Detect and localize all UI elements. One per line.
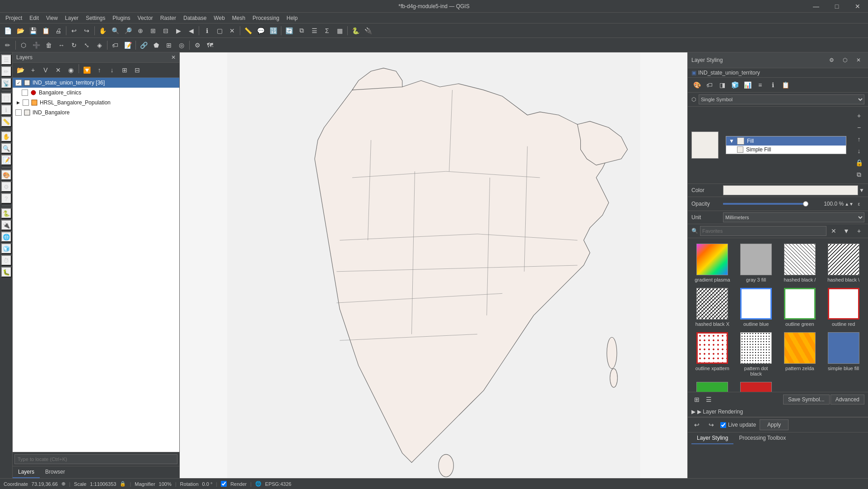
zoom-prev-button[interactable]: ◀	[185, 25, 197, 37]
3d-icon-btn[interactable]: 🧊	[1, 243, 12, 254]
digitizing-icon-btn[interactable]: ✏	[1, 66, 12, 77]
field-calc-button[interactable]: ⚙	[191, 39, 203, 51]
fav-outline-xpattern[interactable]: outline xpattern	[691, 330, 733, 378]
fav-zelda[interactable]: pattern zelda	[779, 330, 821, 378]
panel-close-button[interactable]: ✕	[853, 54, 864, 66]
canvas-button[interactable]: ⧉	[296, 25, 308, 37]
fav-dot-black[interactable]: pattern dot black	[735, 330, 777, 378]
zoom-full-button[interactable]: ⊕	[135, 25, 146, 37]
open-layer-button[interactable]: 📂	[14, 64, 26, 76]
zoom-layer-button[interactable]: ⊞	[147, 25, 159, 37]
attr-table-button[interactable]: ▦	[334, 25, 345, 37]
topology-button[interactable]: ⬟	[150, 39, 162, 51]
lock-symbol-button[interactable]: 🔒	[854, 157, 864, 168]
menu-help[interactable]: Help	[283, 14, 302, 22]
filter-layers-button[interactable]: 🔽	[81, 64, 93, 76]
pan-button[interactable]: ✋	[97, 25, 108, 37]
map-tips-button[interactable]: 💬	[255, 25, 266, 37]
layers-icon-btn[interactable]: ☰	[1, 54, 12, 65]
duplicate-symbol-button[interactable]: ⧉	[854, 169, 864, 180]
advanced-digitize-button[interactable]: ⊞	[163, 39, 175, 51]
move-up-button[interactable]: ↑	[93, 64, 105, 76]
add-raster-button[interactable]: +	[27, 64, 39, 76]
save-project-button[interactable]: 💾	[27, 25, 39, 37]
collapse-all-button[interactable]: ⊟	[131, 64, 143, 76]
layer-checkbox-hrsl[interactable]	[23, 99, 29, 106]
measure-icon-btn[interactable]: 📏	[1, 116, 12, 127]
fav-hashed-black-bwd[interactable]: hashed black \	[822, 242, 864, 284]
tab-layers[interactable]: Layers	[13, 466, 40, 478]
fav-outline-red[interactable]: outline red	[822, 286, 864, 329]
move-feature-button[interactable]: ↔	[56, 39, 67, 51]
menu-view[interactable]: View	[42, 14, 61, 22]
help-icon-btn[interactable]: ?	[1, 193, 12, 204]
new-project-button[interactable]: 📄	[2, 25, 14, 37]
add-feature-button[interactable]: ➕	[30, 39, 42, 51]
fav-outline-blue[interactable]: outline blue	[735, 286, 777, 329]
identify-button[interactable]: ℹ	[201, 25, 213, 37]
layout-button[interactable]: 🗺	[204, 39, 216, 51]
render-checkbox[interactable]	[221, 481, 227, 487]
digitize-button[interactable]: ⬡	[18, 39, 29, 51]
opacity-expression-button[interactable]: ε	[854, 198, 864, 209]
pan-icon-btn[interactable]: ✋	[1, 131, 12, 142]
annotation-button[interactable]: 📝	[122, 39, 134, 51]
fav-gray3-fill[interactable]: gray 3 fill	[735, 242, 777, 284]
fav-outline-green[interactable]: outline green	[779, 286, 821, 329]
processing-icon-btn[interactable]: ⚙	[1, 181, 12, 192]
fav-gradient-plasma[interactable]: gradient plasma	[691, 242, 733, 284]
menu-edit[interactable]: Edit	[26, 14, 42, 22]
layers-close-icon[interactable]: ✕	[171, 54, 176, 61]
fill-ring-button[interactable]: ◎	[176, 39, 187, 51]
node-tool-button[interactable]: ◈	[93, 39, 105, 51]
favorites-add-button[interactable]: +	[854, 226, 864, 236]
style-diagram-button[interactable]: 📊	[742, 80, 753, 90]
favorites-options-button[interactable]: ▼	[841, 226, 852, 236]
style-properties-button[interactable]: ℹ	[767, 80, 778, 90]
symbol-fill-row[interactable]: ▼ Fill	[726, 136, 846, 146]
label-button[interactable]: 🏷	[109, 39, 121, 51]
favorites-clear-button[interactable]: ✕	[828, 226, 839, 236]
menu-project[interactable]: Project	[2, 14, 26, 22]
redo-styling-button[interactable]: ↪	[706, 419, 717, 430]
menu-plugins[interactable]: Plugins	[109, 14, 134, 22]
tab-layer-styling[interactable]: Layer Styling	[691, 433, 733, 444]
style-fields-button[interactable]: ≡	[755, 80, 765, 90]
layer-order-button[interactable]: ☰	[308, 25, 320, 37]
temporal-icon-btn[interactable]: ⏱	[1, 255, 12, 266]
move-symbol-up-button[interactable]: ↑	[854, 134, 864, 145]
plugin-icon-btn[interactable]: 🔌	[1, 220, 12, 230]
unit-select[interactable]: Millimeters	[723, 212, 864, 222]
locate-input[interactable]	[14, 454, 177, 464]
snapping-button[interactable]: 🔗	[138, 39, 149, 51]
refresh-button[interactable]: 🔄	[283, 25, 295, 37]
scale-feature-button[interactable]: ⤡	[81, 39, 93, 51]
redo-button[interactable]: ↪	[81, 25, 93, 37]
zoom-out-button[interactable]: 🔎	[122, 25, 134, 37]
menu-settings[interactable]: Settings	[82, 14, 109, 22]
layer-item-ind-state[interactable]: ✓ IND_state_union_territory [36]	[13, 78, 179, 88]
add-symbol-button[interactable]: +	[854, 110, 864, 121]
rotate-feature-button[interactable]: ↻	[68, 39, 80, 51]
color-dropdown-icon[interactable]: ▼	[859, 187, 864, 193]
measure-button[interactable]: 📏	[242, 25, 254, 37]
calculator-button[interactable]: 🔢	[267, 25, 279, 37]
grid-view-button[interactable]: ⊞	[691, 394, 702, 405]
python-button[interactable]: 🐍	[350, 25, 361, 37]
undo-styling-button[interactable]: ↩	[691, 419, 702, 430]
tab-processing-toolbox[interactable]: Processing Toolbox	[733, 433, 791, 444]
zoom-icon-btn[interactable]: 🔍	[1, 143, 12, 154]
favorites-search-input[interactable]	[700, 226, 826, 236]
style-icon-btn[interactable]: 🎨	[1, 169, 12, 180]
move-down-button[interactable]: ↓	[106, 64, 118, 76]
fav-red-solid[interactable]: red	[735, 380, 777, 392]
menu-database[interactable]: Database	[180, 14, 210, 22]
minimize-button[interactable]: —	[806, 0, 826, 13]
map-canvas-area[interactable]	[180, 52, 687, 478]
show-all-button[interactable]: ◉	[65, 64, 77, 76]
layer-checkbox-ind-state[interactable]: ✓	[15, 80, 22, 86]
apply-button[interactable]: Apply	[760, 419, 789, 430]
debug-icon-btn[interactable]: 🐛	[1, 267, 12, 277]
layer-item-hrsl[interactable]: ▶ HRSL_Bangalore_Population	[13, 98, 179, 108]
menu-vector[interactable]: Vector	[134, 14, 157, 22]
